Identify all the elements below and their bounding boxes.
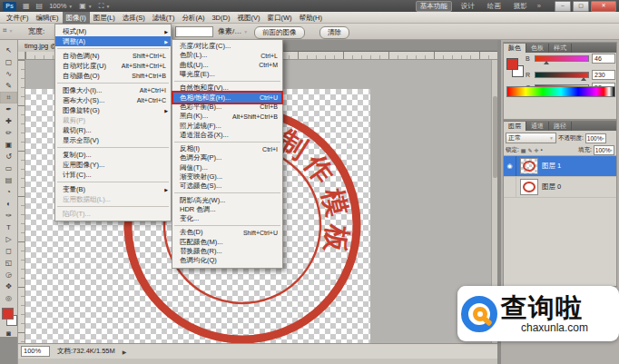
menu-3d[interactable]: 3D(D) [208, 12, 233, 24]
menu-item[interactable]: 黑白(K)... Alt+Shift+Ctrl+B [172, 112, 282, 121]
channel-value-field[interactable]: 230 [592, 70, 615, 80]
layer-thumbnail[interactable] [520, 179, 538, 195]
channel-value-field[interactable]: 46 [592, 54, 615, 64]
resolution-field[interactable] [175, 26, 213, 37]
menu-item[interactable]: 自动颜色(O) Shift+Ctrl+B [55, 71, 171, 81]
menu-item[interactable]: 色调分离(P)... [172, 153, 282, 162]
menu-item[interactable]: 应用数据组(L)... [55, 194, 171, 204]
menu-item[interactable]: 阈值(T)... [172, 163, 282, 172]
front-image-button[interactable]: 前面的图像 [254, 26, 305, 39]
menu-item[interactable]: 自动对比度(U) Alt+Shift+Ctrl+L [55, 61, 171, 71]
menu-item[interactable]: 显示全部(V) [55, 135, 171, 145]
tool-preset-picker[interactable]: ⌗ ▼ [3, 26, 13, 35]
menu-item[interactable]: 可选颜色(S)... [172, 182, 282, 191]
eyedropper-tool[interactable]: ✒ [0, 103, 17, 115]
status-zoom-field[interactable]: 100% [21, 346, 50, 357]
menu-item[interactable]: 画布大小(S)... Alt+Ctrl+C [55, 95, 171, 105]
path-selection-tool[interactable]: ▷ [0, 233, 17, 245]
menu-image[interactable]: 图像(I) [63, 12, 90, 24]
lasso-tool[interactable]: ∿ [0, 68, 17, 80]
eraser-tool[interactable]: ▭ [0, 162, 17, 174]
workspace-painting[interactable]: 绘画 [484, 2, 505, 11]
menu-item[interactable]: 陷印(T)... [55, 209, 171, 219]
layer-thumbnail[interactable] [520, 158, 538, 174]
menu-item[interactable]: 亮度/对比度(C)... [172, 42, 282, 51]
foreground-color-well[interactable] [506, 58, 518, 70]
channel-slider[interactable] [535, 72, 589, 78]
color-spectrum-ramp[interactable] [506, 86, 615, 97]
menu-item[interactable]: 变化... [172, 214, 282, 223]
blur-tool[interactable]: ◔ [0, 186, 17, 198]
menu-item[interactable]: 通道混合器(X)... [172, 131, 282, 140]
workspace-essentials[interactable]: 基本功能 [416, 1, 452, 12]
foreground-color-swatch[interactable] [2, 308, 14, 320]
menu-select[interactable]: 选择(S) [119, 12, 149, 24]
tab-swatches[interactable]: 色板 [526, 44, 549, 53]
menu-item-adjustments[interactable]: 调整(A) ▶ [55, 36, 171, 46]
menu-layer[interactable]: 图层(L) [90, 12, 119, 24]
zoom-tool[interactable]: ◎ [0, 292, 17, 304]
menu-item[interactable]: 曲线(U)... Ctrl+M [172, 61, 282, 70]
menu-item[interactable]: 反相(I) Ctrl+I [172, 144, 282, 153]
menu-item[interactable]: 自动色调(N) Shift+Ctrl+L [55, 51, 171, 61]
lock-pixels-icon[interactable]: ✎ [527, 147, 532, 153]
screen-mode-control[interactable]: ⛶ ▼ [99, 2, 111, 11]
menu-item[interactable]: 阴影/高光(W)... [172, 195, 282, 204]
menu-item[interactable]: 应用图像(Y)... [55, 160, 171, 170]
menu-item[interactable]: 渐变映射(G)... [172, 172, 282, 182]
type-tool[interactable]: T [0, 221, 17, 233]
menu-analysis[interactable]: 分析(A) [178, 12, 208, 24]
dodge-tool[interactable]: ◐ [0, 198, 17, 210]
visibility-eye-icon[interactable] [504, 177, 516, 197]
workspace-photography[interactable]: 摄影 [510, 2, 531, 11]
minimize-button[interactable]: – [555, 1, 571, 12]
quick-selection-tool[interactable]: ✎ [0, 80, 17, 92]
healing-brush-tool[interactable]: ✚ [0, 115, 17, 127]
blend-mode-select[interactable]: 正常 ▼ [506, 133, 556, 143]
3d-camera-tool[interactable]: ◶ [0, 269, 17, 280]
menu-help[interactable]: 帮助(H) [296, 12, 326, 24]
lock-all-icon[interactable]: ▪ [541, 147, 543, 153]
marquee-tool[interactable]: ▢ [0, 56, 17, 68]
move-tool[interactable]: ↖ [0, 44, 17, 56]
hand-tool[interactable]: ✥ [0, 280, 17, 292]
brush-tool[interactable]: ✏ [0, 127, 17, 139]
menu-item-mode[interactable]: 模式(M) ▶ [55, 26, 171, 36]
clone-stamp-tool[interactable]: ▣ [0, 139, 17, 151]
tab-color[interactable]: 颜色 [504, 44, 526, 53]
menu-item[interactable]: 去色(D) Shift+Ctrl+U [172, 228, 282, 237]
shape-tool[interactable]: ◻ [0, 245, 17, 257]
menu-item[interactable]: 裁剪(P) [55, 115, 171, 125]
clear-button[interactable]: 清除 [319, 26, 349, 39]
view-extras-icon[interactable]: ▤ [36, 2, 44, 11]
tab-paths[interactable]: 路径 [549, 122, 572, 131]
restore-button[interactable]: ▢ [573, 1, 589, 12]
tab-channels[interactable]: 通道 [526, 122, 549, 131]
menu-item[interactable]: 色调均化(Q) [172, 256, 282, 265]
menu-item[interactable]: 色阶(L)... Ctrl+L [172, 51, 282, 60]
channel-slider[interactable] [535, 55, 589, 62]
launch-bridge-icon[interactable]: ▦ [23, 2, 30, 11]
layer-row-0[interactable]: 图层 0 [504, 177, 616, 198]
gradient-tool[interactable]: ▤ [0, 174, 17, 186]
lock-position-icon[interactable]: ✛ [535, 147, 539, 153]
menu-item-hue-saturation[interactable]: 色相/饱和度(H)... Ctrl+U [172, 93, 282, 102]
menu-item[interactable]: 复制(D)... [55, 150, 171, 160]
resolution-unit-select[interactable]: 像素/… ▼ [218, 26, 248, 36]
workspace-design[interactable]: 设计 [457, 2, 478, 11]
opacity-field[interactable]: 100% ▸ [585, 133, 606, 143]
menu-item[interactable]: 匹配颜色(M)... [172, 238, 282, 247]
workspace-more-icon[interactable]: » [537, 2, 541, 10]
lock-transparent-icon[interactable]: ▦ [521, 147, 526, 153]
menu-item[interactable]: 裁切(R)... [55, 125, 171, 135]
menu-edit[interactable]: 编辑(E) [33, 12, 63, 24]
fill-field[interactable]: 100% ▸ [594, 145, 614, 155]
menu-filter[interactable]: 滤镜(T) [149, 12, 179, 24]
tab-layers[interactable]: 图层 [504, 122, 526, 131]
crop-tool[interactable]: ⌗ [0, 92, 17, 103]
close-button[interactable]: ✕ [591, 1, 616, 12]
menu-item[interactable]: 曝光度(E)... [172, 70, 282, 79]
tab-styles[interactable]: 样式 [549, 44, 572, 53]
status-options-icon[interactable]: ▶ [123, 349, 127, 355]
menu-item[interactable]: 自然饱和度(V)... [172, 84, 282, 93]
